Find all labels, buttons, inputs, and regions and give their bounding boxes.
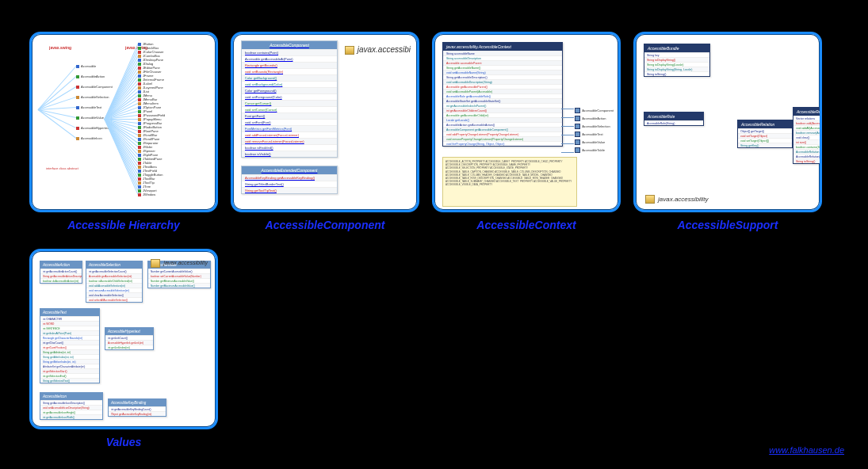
- uml-box: AccessibleRelationObject[] getTarget()vo…: [737, 120, 793, 148]
- card-accessible-hierarchy[interactable]: javax.swing javax.swing AccessibleAccess…: [29, 32, 218, 212]
- caption-values: Values: [106, 436, 142, 448]
- uml-box: AccessibleKeyBindingint getAccessibleKey…: [108, 398, 166, 417]
- package-label: javax.accessibility: [151, 259, 208, 268]
- uml-box: AccessibleSelectionint getAccessibleSele…: [86, 261, 143, 303]
- package-label: javax.accessibi: [345, 45, 411, 55]
- uml-box: AccessibleBundleString keyString toDispl…: [644, 44, 710, 77]
- uml-box: AccessibleIconString getAccessibleIconDe…: [40, 392, 103, 420]
- uml-box: AccessibleHypertextint getLinkCount()Acc…: [105, 327, 154, 350]
- card-accessible-component[interactable]: javax.accessibi AccessibleComponent bool…: [231, 32, 419, 212]
- card-grid: javax.swing javax.swing AccessibleAccess…: [0, 0, 868, 448]
- caption-accessible-hierarchy: Accessible Hierarchy: [67, 219, 180, 231]
- uml-box: AccessibleRoleAccessibleRole(String): [644, 112, 704, 126]
- card-values[interactable]: AccessibleActionint getAccessibleActionC…: [29, 249, 218, 429]
- caption-accessible-support: AccessibleSupport: [678, 219, 778, 231]
- panel-header: AccessibleComponent: [242, 41, 337, 49]
- uml-box: AccessibleActionint getAccessibleActionC…: [40, 261, 82, 284]
- hierarchy-left-header: javax.swing: [49, 45, 71, 50]
- context-right-nodes: AccessibleComponentAccessibleActionAcces…: [575, 105, 614, 155]
- hierarchy-legend: interface class abstract: [46, 166, 78, 170]
- uml-box: AccessibleRelationSetVector relationsboo…: [793, 107, 821, 164]
- caption-accessible-component: AccessibleComponent: [266, 219, 385, 231]
- context-constants-note: ACCESSIBLE_ACTION_PROPERTY ACCESSIBLE_CA…: [442, 157, 577, 207]
- card-values-wrap: AccessibleActionint getAccessibleActionC…: [32, 249, 216, 448]
- uml-box: AccessibleTextint CHARACTERint WORDint S…: [40, 308, 100, 383]
- panel-accessible-component: AccessibleComponent boolean contains(Poi…: [241, 40, 338, 158]
- card-accessible-support[interactable]: AccessibleBundleString keyString toDispl…: [633, 32, 822, 212]
- card-accessible-component-wrap: javax.accessibi AccessibleComponent bool…: [233, 32, 417, 231]
- card-accessible-context-wrap: javax.accessibility.AccessibleContext St…: [434, 32, 618, 231]
- panel-accessible-extended-component: AccessibleExtendedComponent AccessibleKe…: [241, 166, 338, 194]
- context-panel: javax.accessibility.AccessibleContext St…: [442, 42, 563, 147]
- panel-header: AccessibleExtendedComponent: [242, 166, 337, 174]
- card-accessible-context[interactable]: javax.accessibility.AccessibleContext St…: [432, 32, 621, 212]
- caption-accessible-context: AccessibleContext: [476, 219, 575, 231]
- card-accessible-hierarchy-wrap: javax.swing javax.swing AccessibleAccess…: [32, 32, 216, 231]
- card-accessible-support-wrap: AccessibleBundleString keyString toDispl…: [636, 32, 820, 231]
- package-label: javax.accessibility: [645, 195, 709, 204]
- context-header: javax.accessibility.AccessibleContext: [443, 43, 562, 51]
- footer-link[interactable]: www.falkhausen.de: [769, 445, 844, 455]
